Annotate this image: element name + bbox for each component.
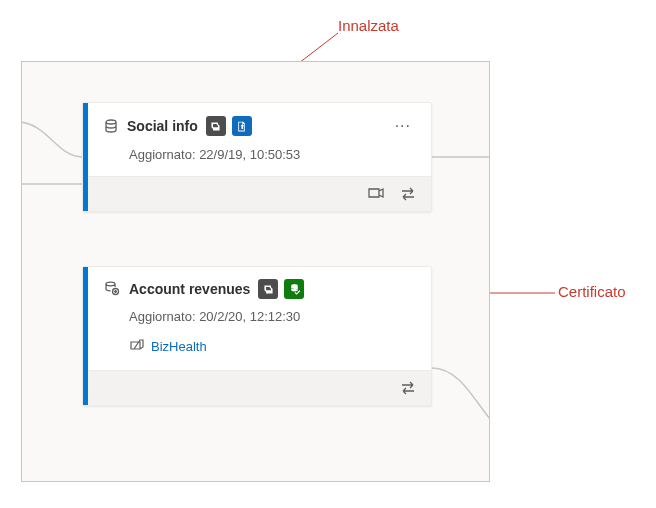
dataset-icon: [103, 118, 119, 134]
card-title: Social info: [127, 118, 198, 134]
card-workspace-link[interactable]: BizHealth: [83, 338, 431, 370]
card-updated-text: Aggiornato: 22/9/19, 10:50:53: [83, 143, 431, 176]
workspace-icon: [129, 338, 145, 354]
certified-badge-icon: [284, 279, 304, 299]
card-accent: [83, 267, 88, 405]
source-badge-icon: [206, 116, 226, 136]
card-more-button[interactable]: ···: [389, 115, 417, 137]
annotation-certified-label: Certificato: [558, 283, 626, 300]
card-title: Account revenues: [129, 281, 250, 297]
dataset-card-account-revenues[interactable]: Account revenues Aggiornato: 20/2/20, 12…: [82, 266, 432, 406]
dataset-card-social-info[interactable]: Social info ··· Aggiornato: 22/9/19, 10:…: [82, 102, 432, 212]
open-report-icon[interactable]: [367, 185, 385, 203]
annotation-promoted-label: Innalzata: [338, 17, 399, 34]
swap-icon[interactable]: [399, 185, 417, 203]
swap-icon[interactable]: [399, 379, 417, 397]
promoted-badge-icon: [232, 116, 252, 136]
lineage-canvas-frame: Social info ··· Aggiornato: 22/9/19, 10:…: [21, 61, 490, 482]
dataflow-icon: [103, 280, 121, 298]
workspace-link-label: BizHealth: [151, 339, 207, 354]
card-updated-text: Aggiornato: 20/2/20, 12:12:30: [83, 305, 431, 338]
card-accent: [83, 103, 88, 211]
source-badge-icon: [258, 279, 278, 299]
